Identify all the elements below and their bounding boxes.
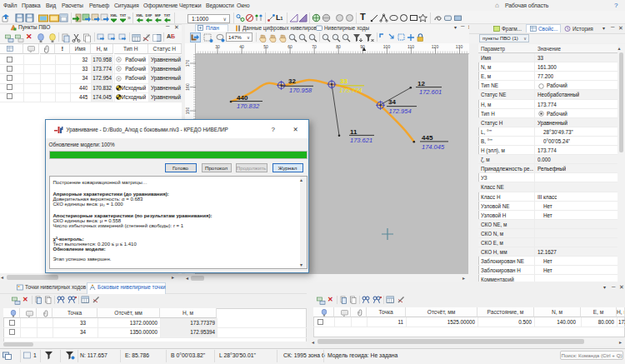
svg-text:110: 110 xyxy=(408,44,414,49)
svg-text:70: 70 xyxy=(312,44,317,49)
svg-text:170.832: 170.832 xyxy=(237,102,260,110)
svg-text:11: 11 xyxy=(350,128,358,136)
svg-text:172.601: 172.601 xyxy=(419,88,442,96)
svg-text:60: 60 xyxy=(288,44,292,49)
svg-text:30: 30 xyxy=(215,44,220,49)
svg-text:440: 440 xyxy=(237,94,248,102)
svg-text:34: 34 xyxy=(388,98,396,106)
svg-text:173.774: 173.774 xyxy=(339,87,362,94)
svg-text:445: 445 xyxy=(422,134,433,142)
svg-text:80: 80 xyxy=(336,44,341,49)
svg-text:173.621: 173.621 xyxy=(350,137,372,144)
svg-text:33: 33 xyxy=(340,77,348,85)
svg-text:12: 12 xyxy=(418,80,425,87)
svg-text:40: 40 xyxy=(239,44,244,49)
svg-text:150: 150 xyxy=(185,107,190,115)
svg-text:160: 160 xyxy=(185,83,190,91)
svg-text:50: 50 xyxy=(263,44,268,49)
svg-text:174.045: 174.045 xyxy=(422,143,445,151)
svg-text:120: 120 xyxy=(432,44,439,49)
svg-text:172.954: 172.954 xyxy=(389,107,412,115)
svg-text:32: 32 xyxy=(288,77,296,85)
svg-text:130: 130 xyxy=(456,44,463,49)
svg-text:170.958: 170.958 xyxy=(289,87,312,94)
svg-text:170: 170 xyxy=(185,60,190,67)
svg-text:100: 100 xyxy=(383,44,391,49)
